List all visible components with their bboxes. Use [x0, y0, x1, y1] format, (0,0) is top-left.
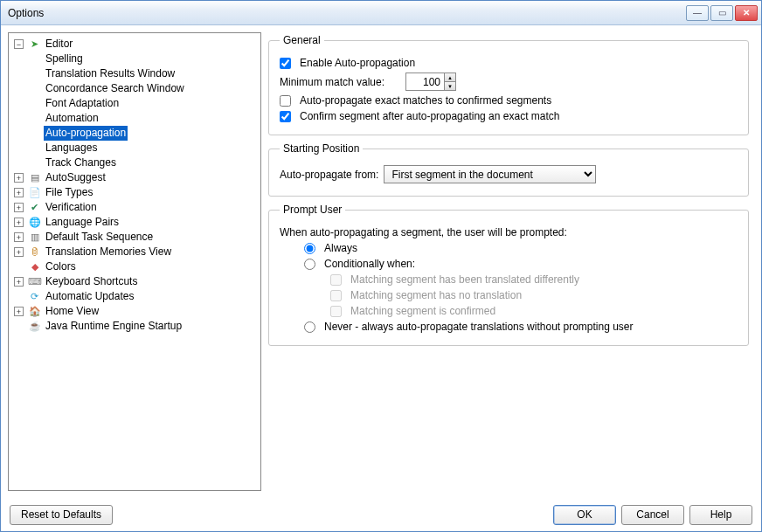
close-button[interactable]: ✕ — [735, 5, 758, 21]
cond-no-translation-checkbox — [330, 290, 342, 301]
cond-translated-differently-label: Matching segment has been translated dif… — [350, 273, 579, 286]
tree-item-language-pairs[interactable]: +🌐Language Pairs — [12, 215, 259, 230]
expand-icon[interactable]: + — [14, 247, 24, 257]
tree-label: Track Changes — [44, 155, 118, 170]
reset-to-defaults-button[interactable]: Reset to Defaults — [10, 505, 113, 525]
prompt-always-radio[interactable] — [304, 243, 315, 254]
tree-label: Translation Results Window — [44, 66, 177, 81]
starting-position-group: Starting Position Auto-propagate from: F… — [268, 142, 749, 197]
tree-item-track-changes[interactable]: Track Changes — [28, 155, 259, 170]
tree-item-auto-propagation[interactable]: Auto-propagation — [28, 126, 259, 141]
expand-icon[interactable]: + — [14, 173, 24, 183]
enable-auto-propagation-label[interactable]: Enable Auto-propagation — [300, 57, 415, 69]
prompt-never-label[interactable]: Never - always auto-propagate translatio… — [324, 321, 634, 333]
general-group: General Enable Auto-propagation Minimum … — [268, 34, 749, 135]
tree-item-tm-view[interactable]: +🛢Translation Memories View — [12, 245, 259, 259]
tree-label: Language Pairs — [44, 215, 121, 230]
prompt-conditionally-label[interactable]: Conditionally when: — [324, 258, 415, 270]
min-match-input[interactable] — [405, 73, 444, 91]
ok-button[interactable]: OK — [553, 505, 616, 525]
tree-label: Default Task Sequence — [44, 230, 155, 245]
window-controls: — ▭ ✕ — [686, 5, 758, 21]
expand-icon[interactable]: + — [14, 307, 24, 316]
dialog-body: − ➤ Editor Spelling Translation Results … — [1, 25, 761, 498]
cond-confirmed-label: Matching segment is confirmed — [350, 305, 495, 317]
starting-position-legend: Starting Position — [280, 142, 363, 155]
tree-label: File Types — [44, 185, 94, 200]
tree-item-verification[interactable]: +✔Verification — [12, 200, 259, 215]
tree-item-automation[interactable]: Automation — [28, 111, 259, 126]
prompt-conditionally-radio[interactable] — [304, 259, 315, 270]
minimize-button[interactable]: — — [686, 5, 709, 21]
cond-confirmed-checkbox — [330, 306, 342, 317]
tree-item-spelling[interactable]: Spelling — [28, 52, 259, 66]
settings-panel: General Enable Auto-propagation Minimum … — [268, 32, 754, 491]
propagate-to-confirmed-checkbox[interactable] — [280, 95, 291, 107]
prompt-never-radio[interactable] — [304, 321, 315, 333]
prompt-always-label[interactable]: Always — [324, 242, 357, 254]
java-icon: ☕ — [28, 320, 41, 333]
cond-no-translation-label: Matching segment has no translation — [350, 289, 522, 301]
tree-item-translation-results[interactable]: Translation Results Window — [28, 66, 259, 81]
tree-label: Keyboard Shortcuts — [44, 274, 139, 289]
help-button[interactable]: Help — [689, 505, 752, 525]
tree-item-colors[interactable]: ◆Colors — [12, 259, 259, 274]
enable-auto-propagation-checkbox[interactable] — [280, 58, 291, 69]
expand-icon[interactable]: + — [14, 203, 24, 212]
tree-label: Concordance Search Window — [44, 81, 186, 96]
tree-item-file-types[interactable]: +📄File Types — [12, 185, 259, 200]
prompt-user-group: Prompt User When auto-propagating a segm… — [268, 204, 749, 346]
tree-item-languages[interactable]: Languages — [28, 141, 259, 155]
tree-label: Home View — [44, 304, 100, 319]
prompt-user-legend: Prompt User — [280, 204, 345, 216]
titlebar: Options — ▭ ✕ — [1, 1, 761, 25]
tree-label: Editor — [44, 37, 74, 52]
cond-translated-differently-checkbox — [330, 274, 342, 286]
keyboard-icon: ⌨ — [28, 275, 41, 288]
auto-propagate-from-dropdown[interactable]: First segment in the document — [384, 165, 596, 183]
sequence-icon: ▥ — [28, 231, 41, 244]
tree-label: Spelling — [44, 52, 85, 66]
expand-icon[interactable]: + — [14, 188, 24, 197]
general-legend: General — [280, 34, 324, 46]
tree-item-home-view[interactable]: +🏠Home View — [12, 304, 259, 319]
tree-item-concordance[interactable]: Concordance Search Window — [28, 81, 259, 96]
spinner-up-button[interactable]: ▲ — [444, 73, 456, 82]
tree-label: Font Adaptation — [44, 96, 121, 111]
maximize-button[interactable]: ▭ — [710, 5, 733, 21]
tree-item-java-startup[interactable]: ☕Java Runtime Engine Startup — [12, 319, 259, 334]
options-dialog: Options — ▭ ✕ − ➤ Editor Spelling — [0, 0, 762, 532]
confirm-after-propagate-label[interactable]: Confirm segment after auto-propagating a… — [300, 110, 560, 122]
window-title: Options — [8, 7, 686, 19]
expand-icon[interactable]: + — [14, 277, 24, 287]
propagate-to-confirmed-label[interactable]: Auto-propagate exact matches to confirme… — [300, 94, 551, 107]
tree-label: Verification — [44, 200, 99, 215]
min-match-spinner[interactable]: ▲ ▼ — [405, 73, 456, 91]
tree-item-keyboard-shortcuts[interactable]: +⌨Keyboard Shortcuts — [12, 274, 259, 289]
tree-label: Auto-propagation — [44, 126, 128, 141]
home-icon: 🏠 — [28, 305, 41, 318]
tree-label: Colors — [44, 259, 78, 274]
tree-item-editor[interactable]: − ➤ Editor — [12, 37, 259, 52]
globe-icon: 🌐 — [28, 216, 41, 229]
cancel-button[interactable]: Cancel — [621, 505, 684, 525]
spinner-down-button[interactable]: ▼ — [444, 82, 456, 91]
tree-item-font-adaptation[interactable]: Font Adaptation — [28, 96, 259, 111]
tree-label: AutoSuggest — [44, 170, 107, 185]
tree-label: Automatic Updates — [44, 289, 135, 304]
tree-item-automatic-updates[interactable]: ⟳Automatic Updates — [12, 289, 259, 304]
dialog-footer: Reset to Defaults OK Cancel Help — [1, 498, 761, 531]
editor-icon: ➤ — [28, 38, 41, 51]
tree-item-autosuggest[interactable]: +▤AutoSuggest — [12, 170, 259, 185]
tree-label: Languages — [44, 141, 99, 155]
min-match-label: Minimum match value: — [280, 76, 384, 88]
collapse-icon[interactable]: − — [14, 39, 24, 49]
category-tree[interactable]: − ➤ Editor Spelling Translation Results … — [8, 32, 261, 491]
expand-icon[interactable]: + — [14, 218, 24, 227]
tree-item-default-task-sequence[interactable]: +▥Default Task Sequence — [12, 230, 259, 245]
page-icon: ▤ — [28, 171, 41, 184]
expand-icon[interactable]: + — [14, 232, 24, 242]
prompt-intro-text: When auto-propagating a segment, the use… — [280, 226, 567, 238]
confirm-after-propagate-checkbox[interactable] — [280, 111, 291, 122]
tree-label: Translation Memories View — [44, 245, 173, 259]
